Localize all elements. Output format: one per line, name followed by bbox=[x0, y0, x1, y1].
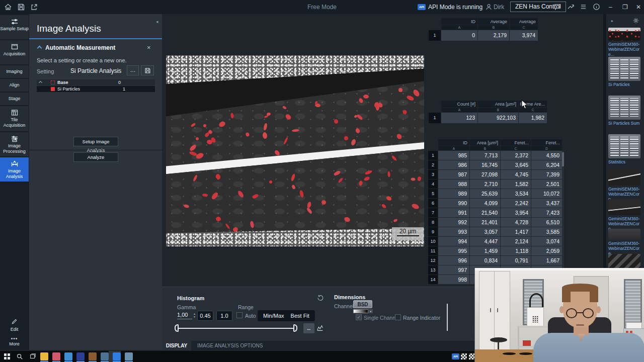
taskbar-app-icon[interactable] bbox=[125, 352, 133, 360]
tab-display[interactable]: DISPLAY bbox=[162, 341, 191, 350]
tree-caret-icon[interactable] bbox=[39, 81, 42, 84]
range-slider-handle-low[interactable] bbox=[175, 324, 179, 332]
column-header[interactable]: Feret... bbox=[501, 139, 531, 146]
gallery-item[interactable]: Si Particles bbox=[608, 57, 640, 87]
row-number[interactable]: 14 bbox=[428, 275, 438, 284]
sidebar-item-imaging[interactable]: Imaging bbox=[0, 65, 29, 78]
table-cell[interactable]: 1,417 bbox=[501, 227, 531, 236]
gamma-spinner[interactable]: ▲▼ bbox=[193, 312, 196, 318]
table-cell[interactable]: 986 bbox=[438, 160, 469, 169]
taskbar-app-icon[interactable] bbox=[89, 352, 97, 360]
table-cell[interactable]: 1,582 bbox=[501, 179, 531, 189]
channel-bsd-button[interactable]: BSD bbox=[353, 300, 372, 308]
taskbar-app-icon[interactable] bbox=[40, 352, 48, 360]
table-cell[interactable]: 992 bbox=[438, 218, 469, 227]
column-header[interactable]: ID bbox=[441, 18, 477, 25]
table-cell[interactable]: 1,667 bbox=[531, 256, 562, 265]
setting-save-button[interactable] bbox=[141, 65, 154, 75]
task-view-icon[interactable] bbox=[29, 353, 36, 362]
gallery-item[interactable]: Si Particles Sum bbox=[608, 96, 640, 126]
setup-image-analysis-button[interactable]: Setup Image Analysis bbox=[73, 137, 118, 146]
row-number[interactable]: 5 bbox=[428, 189, 438, 198]
table-cell[interactable]: 4,550 bbox=[531, 151, 562, 160]
section-collapse-icon[interactable] bbox=[37, 46, 42, 51]
table-cell[interactable]: 25,639 bbox=[470, 189, 500, 198]
table-cell[interactable]: 990 bbox=[438, 199, 469, 208]
table-cell[interactable]: 7,713 bbox=[470, 151, 500, 160]
gallery-item[interactable] bbox=[608, 254, 640, 268]
image-thumbnail[interactable] bbox=[608, 229, 640, 240]
table-cell[interactable]: 7,399 bbox=[531, 170, 562, 179]
table-cell[interactable]: 994 bbox=[438, 237, 469, 246]
table-cell[interactable]: 4,745 bbox=[501, 170, 531, 179]
gallery-item[interactable]: GeminiSEM360-WebinarZENCore... bbox=[608, 199, 640, 231]
table-cell[interactable]: 2,242 bbox=[501, 199, 531, 208]
row-number[interactable]: 1 bbox=[429, 113, 441, 123]
sidebar-item-stage[interactable]: Stage bbox=[0, 93, 29, 105]
image-thumbnail[interactable] bbox=[608, 28, 640, 41]
column-header[interactable]: Feret... bbox=[531, 139, 562, 146]
table-cell[interactable]: 3,057 bbox=[470, 227, 500, 236]
table-cell[interactable]: 2,710 bbox=[470, 179, 500, 189]
table-cell[interactable]: 2,124 bbox=[501, 237, 531, 246]
sidebar-item-sample-setup[interactable]: Sample Setup bbox=[0, 15, 29, 39]
gallery-expand-icon[interactable]: ▸ bbox=[611, 19, 613, 23]
table-cell[interactable]: 993 bbox=[438, 227, 469, 236]
user-name[interactable]: Dirk bbox=[494, 4, 504, 11]
single-channel-checkbox[interactable]: ✓ bbox=[356, 314, 362, 320]
table-cell[interactable]: 2,179 bbox=[478, 30, 509, 41]
channel-lut-strip[interactable] bbox=[353, 309, 368, 313]
table-cell[interactable]: 123 bbox=[441, 113, 477, 123]
gamma-preset-045-button[interactable]: 0.45 bbox=[197, 311, 213, 321]
table-corner[interactable] bbox=[429, 101, 441, 107]
table-cell[interactable]: 997 bbox=[438, 265, 469, 275]
sidebar-item-tile-acquisition[interactable]: Tile Acquisition bbox=[0, 106, 29, 131]
more-button[interactable]: ••• More bbox=[0, 336, 29, 346]
table-corner[interactable] bbox=[428, 139, 438, 146]
table-cell[interactable]: 2,059 bbox=[531, 246, 562, 255]
range-indicator-checkbox[interactable] bbox=[395, 314, 401, 320]
gallery-item[interactable]: GeminiSEM360-WebinarZENCore... bbox=[608, 229, 640, 256]
analyze-button[interactable]: Analyze bbox=[73, 152, 118, 162]
table-cell[interactable]: 987 bbox=[438, 170, 469, 179]
options-scrollbar[interactable] bbox=[447, 304, 448, 331]
gallery-item[interactable]: GeminiSEM360-WebinarZENCore... bbox=[608, 28, 640, 57]
sidebar-item-image-processing[interactable]: Image Processing bbox=[0, 132, 29, 156]
table-cell[interactable]: 3,074 bbox=[531, 237, 562, 246]
table-cell[interactable]: 4,447 bbox=[470, 237, 500, 246]
home-icon[interactable] bbox=[4, 3, 12, 11]
table-cell[interactable]: 991 bbox=[438, 208, 469, 217]
table-cell[interactable]: 3,954 bbox=[501, 208, 531, 217]
table-thumbnail[interactable] bbox=[608, 96, 640, 120]
table-cell[interactable]: 3,534 bbox=[501, 189, 531, 198]
range-slider-track[interactable] bbox=[177, 328, 296, 329]
tray-api-icon[interactable]: API bbox=[452, 353, 459, 359]
setting-value[interactable]: Si Particle Analysis bbox=[70, 67, 121, 74]
table-cell[interactable]: 3,974 bbox=[510, 30, 538, 41]
gear-icon[interactable] bbox=[632, 17, 639, 26]
save-icon[interactable] bbox=[17, 3, 25, 11]
table-thumbnail[interactable] bbox=[608, 134, 640, 158]
tab-image-analysis-options[interactable]: IMAGE ANALYSIS OPTIONS bbox=[197, 341, 263, 350]
histogram-reset-icon[interactable] bbox=[317, 294, 324, 303]
column-header[interactable]: Average Ferret... bbox=[478, 18, 509, 25]
column-header[interactable]: Count [#] bbox=[441, 101, 477, 107]
table-cell[interactable]: 985 bbox=[438, 151, 469, 160]
table-cell[interactable]: 988 bbox=[438, 179, 469, 189]
tree-row-si-particles[interactable]: Si Particles 1 bbox=[37, 86, 155, 92]
table-cell[interactable]: 4,099 bbox=[470, 199, 500, 208]
table-cell[interactable]: 922,103 bbox=[478, 113, 518, 123]
row-number[interactable]: 1 bbox=[428, 151, 438, 160]
column-header[interactable]: Area [µm²] bbox=[478, 101, 518, 107]
row-number[interactable]: 8 bbox=[428, 218, 438, 227]
sem-image-view[interactable]: 20 µm bbox=[166, 55, 424, 246]
restore-button[interactable]: ❐ bbox=[622, 3, 628, 11]
row-number[interactable]: 11 bbox=[428, 246, 438, 255]
search-icon[interactable] bbox=[16, 353, 23, 362]
spread-mode-button[interactable]: ↔ bbox=[303, 323, 314, 333]
table-cell[interactable]: 10,072 bbox=[531, 189, 562, 198]
image-thumbnail[interactable] bbox=[608, 254, 640, 268]
table-cell[interactable]: 16,745 bbox=[470, 160, 500, 169]
table-cell[interactable]: 2,501 bbox=[531, 179, 562, 189]
table-cell[interactable]: 1,118 bbox=[501, 246, 531, 255]
